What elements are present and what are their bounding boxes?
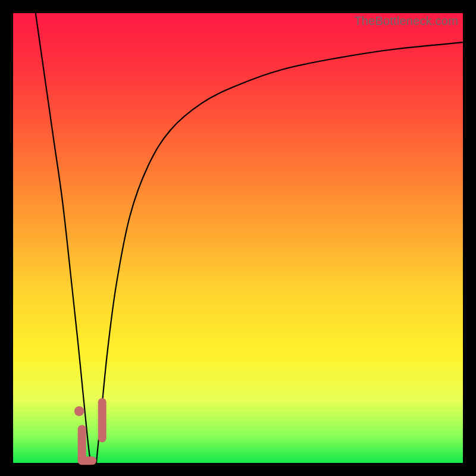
curve-right-branch bbox=[96, 42, 463, 463]
chart-frame: TheBottleneck.com bbox=[0, 0, 476, 476]
chart-plot-area: TheBottleneck.com bbox=[13, 13, 463, 463]
marker-dot bbox=[74, 406, 84, 416]
chart-svg bbox=[13, 13, 463, 463]
curve-left-branch bbox=[36, 13, 90, 463]
